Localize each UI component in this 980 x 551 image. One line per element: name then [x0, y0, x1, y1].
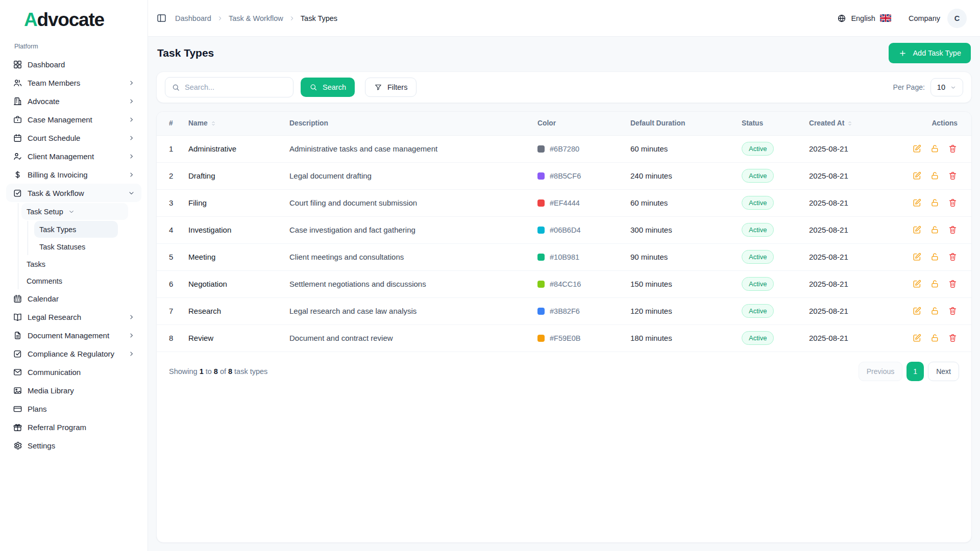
- color-cell: #6B7280: [537, 135, 630, 162]
- search-box[interactable]: [165, 77, 293, 97]
- breadcrumb-task-workflow[interactable]: Task & Workflow: [229, 14, 283, 22]
- unlock-button[interactable]: [930, 333, 940, 343]
- unlock-button[interactable]: [930, 306, 940, 316]
- breadcrumb-dashboard[interactable]: Dashboard: [175, 14, 211, 22]
- language-switcher[interactable]: English: [837, 14, 891, 23]
- edit-icon: [912, 279, 922, 289]
- status-badge: Active: [742, 331, 774, 345]
- edit-button[interactable]: [912, 252, 922, 262]
- next-page-button[interactable]: Next: [928, 362, 959, 381]
- sidebar-item-billing-invoicing[interactable]: Billing & Invoicing: [6, 165, 141, 184]
- sidebar: Advocate Platform Dashboard Team Members…: [0, 0, 148, 551]
- edit-icon: [912, 144, 922, 154]
- per-page: Per Page: 10: [893, 78, 963, 96]
- edit-button[interactable]: [912, 171, 922, 181]
- sidebar-item-task-workflow[interactable]: Task & Workflow: [6, 184, 141, 202]
- sidebar-item-document-management[interactable]: Document Management: [6, 326, 141, 344]
- add-task-type-button[interactable]: Add Task Type: [889, 43, 971, 63]
- title-row: Task Types Add Task Type: [157, 43, 971, 63]
- sidebar-item-media-library[interactable]: Media Library: [6, 381, 141, 399]
- sidebar-item-team-members[interactable]: Team Members: [6, 73, 141, 92]
- users-icon: [13, 78, 22, 88]
- search-input[interactable]: [185, 83, 287, 91]
- filters-button[interactable]: Filters: [365, 78, 416, 97]
- sidebar-item-plans[interactable]: Plans: [6, 399, 141, 418]
- delete-button[interactable]: [948, 225, 958, 235]
- chevron-down-icon: [128, 189, 135, 197]
- sidebar-toggle-icon[interactable]: [156, 13, 167, 23]
- grid-icon: [13, 60, 22, 69]
- table-row: 3 Filing Court filing and document submi…: [157, 189, 971, 216]
- delete-button[interactable]: [948, 333, 958, 343]
- chevron-right-icon: [128, 134, 135, 142]
- user-check-icon: [13, 152, 22, 161]
- sidebar-section-label: Platform: [14, 43, 141, 50]
- sidebar-item-task-setup[interactable]: Task Setup: [21, 203, 128, 220]
- table-row: 2 Drafting Legal document drafting #8B5C…: [157, 162, 971, 189]
- delete-button[interactable]: [948, 198, 958, 208]
- sidebar-item-communication[interactable]: Communication: [6, 363, 141, 381]
- col-name[interactable]: Name: [188, 112, 289, 135]
- edit-button[interactable]: [912, 333, 922, 343]
- sidebar-item-task-types[interactable]: Task Types: [34, 221, 118, 238]
- avatar[interactable]: C: [947, 9, 967, 28]
- sidebar-item-court-schedule[interactable]: Court Schedule: [6, 129, 141, 147]
- delete-button[interactable]: [948, 306, 958, 316]
- color-cell: #10B981: [537, 243, 630, 270]
- table-header-row: # Name Description Color Default Duratio…: [157, 112, 971, 135]
- sidebar-item-referral-program[interactable]: Referral Program: [6, 418, 141, 436]
- sidebar-item-comments[interactable]: Comments: [21, 272, 128, 289]
- sort-icon: [210, 120, 217, 127]
- color-cell: #84CC16: [537, 270, 630, 297]
- edit-icon: [912, 225, 922, 235]
- unlock-button[interactable]: [930, 279, 940, 289]
- per-page-label: Per Page:: [893, 83, 925, 91]
- breadcrumb: Dashboard Task & Workflow Task Types: [175, 14, 337, 22]
- unlock-button[interactable]: [930, 171, 940, 181]
- sidebar-item-task-statuses[interactable]: Task Statuses: [34, 238, 118, 255]
- chevron-right-icon: [128, 350, 135, 358]
- delete-button[interactable]: [948, 171, 958, 181]
- uk-flag-icon: [880, 14, 891, 22]
- unlock-button[interactable]: [930, 144, 940, 154]
- sidebar-item-client-management[interactable]: Client Management: [6, 147, 141, 165]
- search-button[interactable]: Search: [301, 78, 355, 97]
- edit-button[interactable]: [912, 144, 922, 154]
- per-page-select[interactable]: 10: [930, 78, 963, 96]
- language-label: English: [851, 14, 875, 22]
- unlock-icon: [930, 171, 940, 181]
- sidebar-item-compliance-regulatory[interactable]: Compliance & Regulatory: [6, 344, 141, 363]
- col-actions: Actions: [912, 112, 971, 135]
- unlock-button[interactable]: [930, 198, 940, 208]
- sidebar-item-advocate[interactable]: Advocate: [6, 92, 141, 110]
- edit-icon: [912, 252, 922, 262]
- unlock-button[interactable]: [930, 225, 940, 235]
- sidebar-item-calendar[interactable]: Calendar: [6, 289, 141, 308]
- delete-button[interactable]: [948, 279, 958, 289]
- unlock-button[interactable]: [930, 252, 940, 262]
- chevron-right-icon: [288, 15, 296, 22]
- col-created[interactable]: Created At: [809, 112, 912, 135]
- previous-page-button[interactable]: Previous: [859, 362, 902, 381]
- delete-button[interactable]: [948, 144, 958, 154]
- color-swatch: [537, 308, 545, 315]
- sidebar-item-tasks[interactable]: Tasks: [21, 256, 128, 272]
- sidebar-item-case-management[interactable]: Case Management: [6, 110, 141, 129]
- edit-button[interactable]: [912, 225, 922, 235]
- color-cell: #F59E0B: [537, 324, 630, 352]
- color-swatch: [537, 199, 545, 207]
- topbar: Dashboard Task & Workflow Task Types Eng…: [148, 0, 980, 37]
- edit-button[interactable]: [912, 198, 922, 208]
- sidebar-item-legal-research[interactable]: Legal Research: [6, 308, 141, 326]
- sidebar-item-settings[interactable]: Settings: [6, 436, 141, 455]
- edit-button[interactable]: [912, 306, 922, 316]
- company-menu[interactable]: Company: [909, 14, 940, 22]
- color-swatch: [537, 227, 545, 234]
- trash-icon: [948, 225, 958, 235]
- delete-button[interactable]: [948, 252, 958, 262]
- chevron-right-icon: [128, 332, 135, 339]
- page-1-button[interactable]: 1: [906, 362, 924, 381]
- search-icon: [309, 83, 317, 91]
- edit-button[interactable]: [912, 279, 922, 289]
- sidebar-item-dashboard[interactable]: Dashboard: [6, 55, 141, 73]
